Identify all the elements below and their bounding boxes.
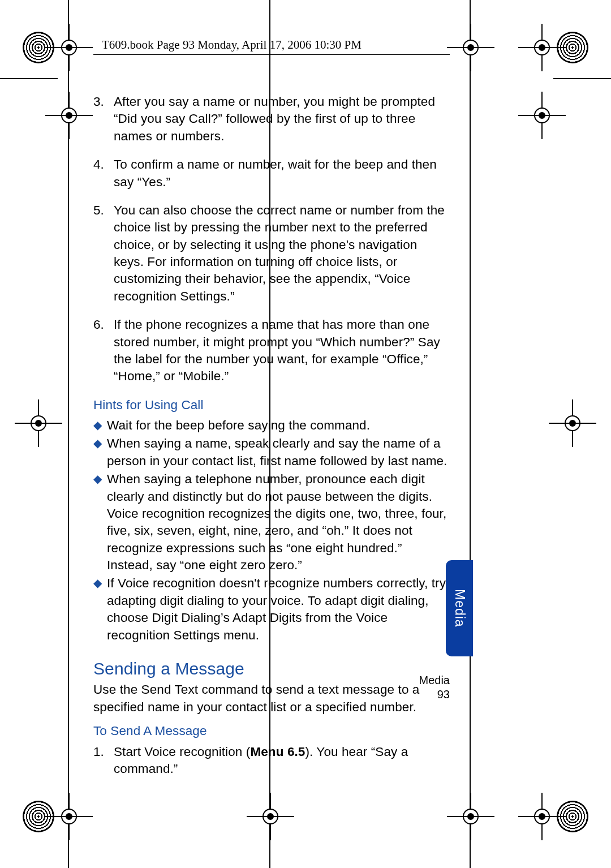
diamond-bullet-icon: ◆ bbox=[93, 575, 107, 644]
hints-list: ◆ Wait for the beep before saying the co… bbox=[93, 417, 450, 644]
hint-text: If Voice recognition doesn't recognize n… bbox=[107, 575, 450, 644]
step-item: 3. After you say a name or number, you m… bbox=[93, 93, 450, 145]
fiducial-crosshair bbox=[53, 100, 85, 131]
fiducial-crosshair bbox=[455, 801, 487, 832]
fiducial-crosshair bbox=[23, 407, 54, 439]
crop-line-top-left bbox=[0, 78, 58, 79]
step-number: 5. bbox=[93, 202, 114, 305]
footer-section-name: Media bbox=[93, 673, 450, 687]
step-text: After you say a name or number, you migh… bbox=[114, 93, 450, 145]
diamond-bullet-icon: ◆ bbox=[93, 435, 107, 470]
page-footer: Media 93 bbox=[93, 673, 450, 702]
step-number: 1. bbox=[93, 744, 114, 778]
fiducial-crosshair bbox=[255, 801, 286, 832]
fiducial-crosshair bbox=[526, 801, 558, 832]
to-send-steps: 1. Start Voice recognition (Menu 6.5). Y… bbox=[93, 744, 450, 778]
step-text: If the phone recognizes a name that has … bbox=[114, 316, 450, 385]
step-item: 4. To confirm a name or number, wait for… bbox=[93, 156, 450, 191]
fiducial-crosshair bbox=[557, 407, 588, 439]
step-number: 4. bbox=[93, 156, 114, 191]
step-item: 6. If the phone recognizes a name that h… bbox=[93, 316, 450, 385]
section-tab: Media bbox=[446, 560, 473, 656]
fiducial-crosshair bbox=[526, 100, 558, 131]
diamond-bullet-icon: ◆ bbox=[93, 471, 107, 574]
fiducial-crosshair bbox=[53, 32, 85, 63]
hint-item: ◆ When saying a telephone number, pronou… bbox=[93, 471, 450, 574]
fiducial-crosshair bbox=[53, 801, 85, 832]
footer-page-number: 93 bbox=[93, 687, 450, 702]
numbered-steps: 3. After you say a name or number, you m… bbox=[93, 93, 450, 385]
menu-reference: Menu 6.5 bbox=[250, 745, 305, 759]
step-number: 3. bbox=[93, 93, 114, 145]
hints-heading: Hints for Using Call bbox=[93, 397, 450, 414]
fiducial-crosshair bbox=[455, 32, 487, 63]
step-text: You can also choose the correct name or … bbox=[114, 202, 450, 305]
step-text-pre: Start Voice recognition ( bbox=[114, 745, 250, 759]
hint-item: ◆ Wait for the beep before saying the co… bbox=[93, 417, 450, 434]
fiducial-crosshair bbox=[526, 32, 558, 63]
diamond-bullet-icon: ◆ bbox=[93, 417, 107, 434]
to-send-heading: To Send A Message bbox=[93, 723, 450, 740]
section-tab-label: Media bbox=[452, 589, 467, 628]
running-head-rule bbox=[93, 54, 450, 55]
hint-text: When saying a name, speak clearly and sa… bbox=[107, 435, 450, 470]
hint-text: When saying a telephone number, pronounc… bbox=[107, 471, 450, 574]
step-item: 1. Start Voice recognition (Menu 6.5). Y… bbox=[93, 744, 450, 778]
step-number: 6. bbox=[93, 316, 114, 385]
hint-item: ◆ When saying a name, speak clearly and … bbox=[93, 435, 450, 470]
step-item: 5. You can also choose the correct name … bbox=[93, 202, 450, 305]
step-text: Start Voice recognition (Menu 6.5). You … bbox=[114, 744, 450, 778]
step-text: To confirm a name or number, wait for th… bbox=[114, 156, 450, 191]
crop-line-vertical-right bbox=[470, 0, 471, 868]
crop-line-top-right bbox=[553, 78, 611, 79]
hint-text: Wait for the beep before saying the comm… bbox=[107, 417, 450, 434]
running-head: T609.book Page 93 Monday, April 17, 2006… bbox=[102, 38, 362, 52]
hint-item: ◆ If Voice recognition doesn't recognize… bbox=[93, 575, 450, 644]
